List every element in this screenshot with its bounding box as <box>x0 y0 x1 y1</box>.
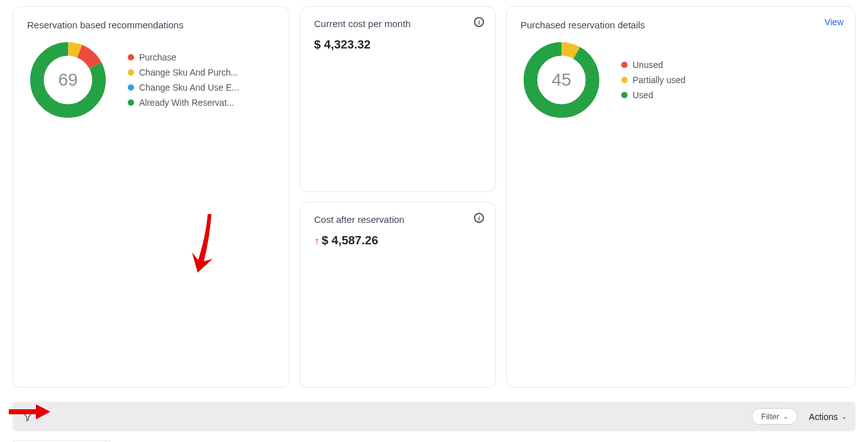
cost-after-reservation-card: i Cost after reservation ↑$ 4,587.26 <box>300 202 496 388</box>
legend-item: Unused <box>621 60 685 70</box>
legend-item: Already With Reservat... <box>128 98 239 108</box>
card-title: Cost after reservation <box>314 214 482 225</box>
legend-label: Purchase <box>139 52 176 62</box>
legend-dot-icon <box>621 77 628 83</box>
legend-dot-icon <box>128 99 134 106</box>
purchased-donut-count: 45 <box>521 39 602 121</box>
legend-item: Partially used <box>621 75 685 85</box>
purchased-legend: UnusedPartially usedUsed <box>621 60 685 100</box>
reservation-donut-count: 69 <box>27 39 109 121</box>
filter-icon[interactable] <box>21 411 34 423</box>
legend-dot-icon <box>128 84 134 91</box>
actions-button[interactable]: Actions ⌄ <box>809 412 847 422</box>
legend-dot-icon <box>621 62 628 68</box>
arrow-up-icon: ↑ <box>314 235 319 246</box>
legend-item: Change Sku And Purch... <box>128 67 239 77</box>
legend-label: Used <box>633 90 653 100</box>
legend-label: Already With Reservat... <box>139 98 234 108</box>
filter-label: Filter <box>761 412 779 421</box>
view-link[interactable]: View <box>825 17 843 27</box>
info-icon[interactable]: i <box>474 17 484 27</box>
table-toolbar: Filter ⌄ Actions ⌄ <box>13 402 855 431</box>
legend-item: Change Sku And Use E... <box>128 82 239 93</box>
purchased-donut-chart: 45 <box>521 39 602 121</box>
legend-dot-icon <box>128 54 134 60</box>
reservation-recommendations-card: Reservation based recommendations 69 Pur… <box>13 6 290 388</box>
legend-label: Change Sku And Use E... <box>139 82 239 93</box>
actions-label: Actions <box>809 412 838 422</box>
current-cost-card: i Current cost per month $ 4,323.32 <box>300 6 496 192</box>
info-icon[interactable]: i <box>474 213 484 223</box>
reservation-donut-chart: 69 <box>27 39 109 121</box>
purchased-reservation-card: View Purchased reservation details 45 Un… <box>506 6 855 388</box>
legend-item: Purchase <box>128 52 239 62</box>
reservation-legend: PurchaseChange Sku And Purch...Change Sk… <box>128 52 239 108</box>
current-cost-value: $ 4,323.32 <box>314 38 482 52</box>
legend-label: Change Sku And Purch... <box>139 67 238 77</box>
chevron-down-icon: ⌄ <box>783 413 788 420</box>
legend-label: Partially used <box>633 75 685 85</box>
cost-after-reservation-value: ↑$ 4,587.26 <box>314 234 482 247</box>
chevron-down-icon: ⌄ <box>842 413 847 420</box>
card-title: Current cost per month <box>314 18 482 29</box>
legend-dot-icon <box>621 92 628 98</box>
legend-label: Unused <box>633 60 663 70</box>
legend-dot-icon <box>128 69 134 76</box>
filter-button[interactable]: Filter ⌄ <box>752 408 798 425</box>
card-title: Purchased reservation details <box>521 20 841 30</box>
legend-item: Used <box>621 90 685 100</box>
card-title: Reservation based recommendations <box>27 20 275 30</box>
